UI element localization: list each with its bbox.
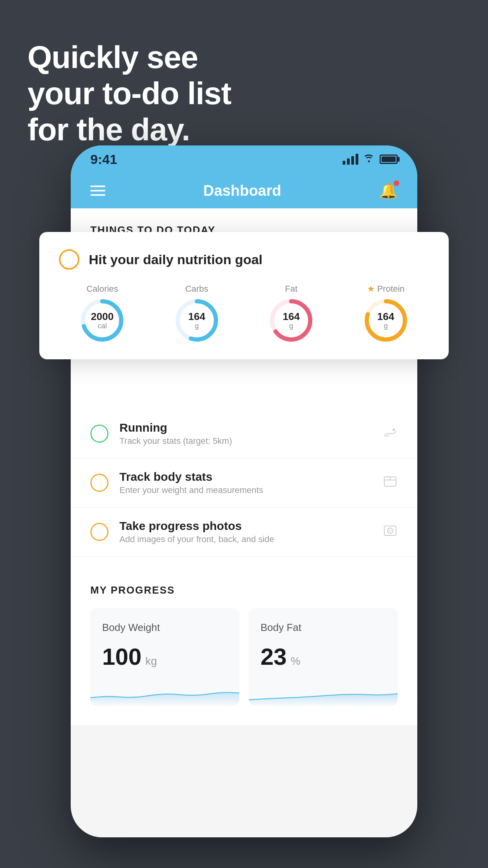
fat-unit: g [289,322,293,329]
nutrition-item-fat: Fat 164 g [248,284,335,342]
todo-sub-bodystats: Enter your weight and measurements [119,485,372,495]
status-bar: 9:41 [71,145,417,173]
todo-text-running: Running Track your stats (target: 5km) [119,421,372,446]
list-item[interactable]: Running Track your stats (target: 5km) [71,409,417,458]
body-weight-value: 100 kg [102,643,227,670]
svg-point-6 [389,529,392,532]
todo-title-bodystats: Track body stats [119,470,372,484]
progress-section-title: MY PROGRESS [90,584,398,596]
status-time: 9:41 [90,152,117,167]
todo-text-photos: Take progress photos Add images of your … [119,519,372,544]
nutrition-item-carbs: Carbs 164 g [154,284,240,342]
body-fat-card: Body Fat 23 % [249,608,398,706]
todo-circle-photos [90,523,108,541]
calories-label: Calories [86,284,118,294]
notification-bell[interactable]: 🔔 [379,182,398,199]
todo-circle-running [90,425,108,443]
calories-number: 2000 [91,311,114,322]
fat-number: 164 [283,311,300,322]
notification-dot [394,180,399,186]
nutrition-item-calories: Calories 2000 cal [59,284,146,342]
body-weight-card: Body Weight 100 kg [90,608,239,706]
todo-text-bodystats: Track body stats Enter your weight and m… [119,470,372,495]
headline-text: Quickly see your to-do list for the day. [28,39,231,148]
task-circle [59,249,79,270]
body-fat-number: 23 [261,643,287,670]
body-fat-value: 23 % [261,643,386,670]
star-icon: ★ [367,284,375,294]
signal-icon [343,154,358,165]
protein-donut: 164 g [364,299,407,342]
carbs-label: Carbs [185,284,208,294]
calories-donut: 2000 cal [81,299,124,342]
card-header: Hit your daily nutrition goal [59,249,429,270]
todo-list: Running Track your stats (target: 5km) T… [71,409,417,557]
carbs-number: 164 [188,311,205,322]
body-weight-chart [90,678,239,706]
body-fat-label: Body Fat [261,622,386,634]
list-item[interactable]: Track body stats Enter your weight and m… [71,458,417,508]
body-weight-label: Body Weight [102,622,227,634]
calories-unit: cal [98,322,107,329]
svg-point-0 [393,428,395,431]
protein-label: ★ Protein [367,284,405,294]
todo-title-photos: Take progress photos [119,519,372,533]
fat-label: Fat [285,284,297,294]
carbs-donut: 164 g [175,299,218,342]
nav-bar: Dashboard 🔔 [71,173,417,208]
body-fat-chart [249,678,398,706]
running-icon [383,426,398,441]
todo-sub-running: Track your stats (target: 5km) [119,436,372,446]
progress-section: MY PROGRESS Body Weight 100 kg [71,565,417,725]
nutrition-grid: Calories 2000 cal Carbs [59,284,429,342]
body-weight-unit: kg [145,655,157,668]
nav-title: Dashboard [203,182,281,199]
protein-unit: g [384,322,388,329]
photo-icon [383,523,398,541]
fat-donut: 164 g [270,299,313,342]
body-weight-number: 100 [102,643,141,670]
scale-icon [383,474,398,492]
carbs-unit: g [195,322,199,329]
card-title: Hit your daily nutrition goal [89,252,262,267]
headline-line2: your to-do list [28,76,231,111]
protein-number: 164 [377,311,394,322]
battery-icon [380,154,398,164]
headline-line1: Quickly see [28,40,198,75]
body-fat-unit: % [291,655,301,668]
todo-circle-bodystats [90,474,108,492]
wifi-icon [363,153,375,166]
nutrition-item-protein: ★ Protein 164 g [343,284,429,342]
todo-sub-photos: Add images of your front, back, and side [119,534,372,544]
list-item[interactable]: Take progress photos Add images of your … [71,508,417,557]
nutrition-card: Hit your daily nutrition goal Calories 2… [39,232,449,359]
headline-line3: for the day. [28,112,190,147]
status-icons [343,153,398,166]
hamburger-menu[interactable] [90,186,105,196]
progress-cards: Body Weight 100 kg [90,608,398,706]
todo-title-running: Running [119,421,372,434]
